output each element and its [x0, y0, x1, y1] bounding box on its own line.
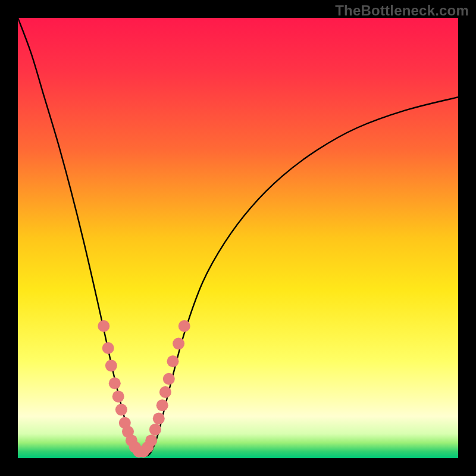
chart-frame: TheBottleneck.com: [0, 0, 476, 476]
plot-area: [18, 18, 458, 458]
gradient-background: [18, 18, 458, 458]
watermark-label: TheBottleneck.com: [335, 2, 469, 19]
highlight-point: [163, 373, 175, 385]
highlight-point: [145, 434, 157, 446]
highlight-point: [102, 342, 114, 354]
highlight-point: [156, 399, 168, 411]
highlight-point: [153, 412, 165, 424]
highlight-point: [167, 355, 178, 367]
highlight-point: [105, 360, 117, 372]
highlight-point: [109, 377, 121, 389]
highlight-point: [112, 390, 124, 402]
highlight-point: [178, 320, 190, 332]
highlight-point: [173, 338, 184, 350]
highlight-point: [115, 404, 127, 416]
highlight-point: [149, 424, 161, 436]
highlight-point: [98, 320, 109, 332]
chart-svg: [18, 18, 458, 458]
highlight-point: [159, 386, 171, 398]
